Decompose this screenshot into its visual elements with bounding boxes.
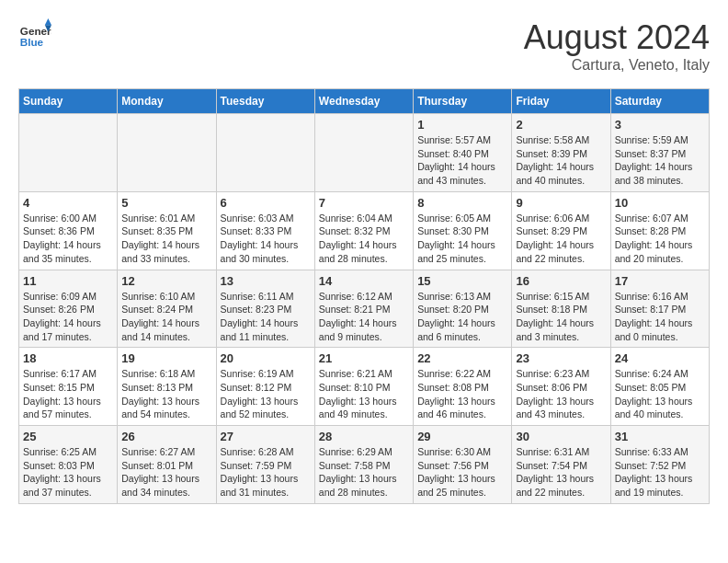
day-number: 6 (221, 196, 311, 210)
day-info: Sunrise: 6:15 AMSunset: 8:18 PMDaylight:… (516, 290, 606, 344)
logo: General Blue (18, 18, 51, 52)
day-number: 11 (23, 274, 113, 288)
calendar-week-row: 11Sunrise: 6:09 AMSunset: 8:26 PMDayligh… (19, 270, 710, 348)
day-info: Sunrise: 6:33 AMSunset: 7:52 PMDaylight:… (615, 445, 705, 500)
calendar-cell: 5Sunrise: 6:01 AMSunset: 8:35 PMDaylight… (118, 191, 216, 270)
svg-text:Blue: Blue (20, 36, 44, 48)
day-info: Sunrise: 6:09 AMSunset: 8:26 PMDaylight:… (23, 290, 113, 344)
calendar-cell: 22Sunrise: 6:22 AMSunset: 8:08 PMDayligh… (414, 348, 512, 426)
calendar-cell: 13Sunrise: 6:11 AMSunset: 8:23 PMDayligh… (216, 270, 314, 348)
day-number: 29 (417, 430, 507, 443)
calendar-cell: 12Sunrise: 6:10 AMSunset: 8:24 PMDayligh… (118, 270, 216, 348)
day-number: 3 (615, 118, 705, 132)
day-number: 16 (516, 274, 606, 288)
svg-marker-2 (45, 18, 51, 25)
calendar-cell: 11Sunrise: 6:09 AMSunset: 8:26 PMDayligh… (19, 270, 118, 348)
page-header: General Blue August 2024 Cartura, Veneto… (18, 18, 710, 74)
day-info: Sunrise: 6:21 AMSunset: 8:10 PMDaylight:… (319, 367, 409, 421)
calendar-cell: 23Sunrise: 6:23 AMSunset: 8:06 PMDayligh… (512, 348, 610, 426)
weekday-header: Friday (512, 89, 610, 114)
day-number: 22 (417, 351, 507, 365)
day-number: 17 (615, 274, 705, 288)
calendar-cell: 30Sunrise: 6:31 AMSunset: 7:54 PMDayligh… (512, 426, 610, 504)
calendar-cell: 2Sunrise: 5:58 AMSunset: 8:39 PMDaylight… (512, 114, 610, 192)
calendar-table: SundayMondayTuesdayWednesdayThursdayFrid… (18, 88, 710, 504)
calendar-cell: 20Sunrise: 6:19 AMSunset: 8:12 PMDayligh… (216, 348, 314, 426)
day-info: Sunrise: 6:03 AMSunset: 8:33 PMDaylight:… (221, 212, 311, 266)
weekday-header: Tuesday (216, 89, 314, 114)
location-title: Cartura, Veneto, Italy (524, 57, 710, 74)
day-number: 30 (516, 430, 606, 443)
calendar-cell: 9Sunrise: 6:06 AMSunset: 8:29 PMDaylight… (512, 191, 610, 270)
weekday-header: Wednesday (314, 89, 413, 114)
day-number: 25 (23, 430, 113, 443)
weekday-header-row: SundayMondayTuesdayWednesdayThursdayFrid… (19, 89, 710, 114)
day-number: 14 (319, 274, 409, 288)
day-info: Sunrise: 5:58 AMSunset: 8:39 PMDaylight:… (516, 133, 606, 188)
day-info: Sunrise: 6:24 AMSunset: 8:05 PMDaylight:… (615, 367, 705, 421)
day-info: Sunrise: 6:19 AMSunset: 8:12 PMDaylight:… (221, 367, 311, 421)
day-number: 8 (417, 196, 507, 210)
calendar-cell: 15Sunrise: 6:13 AMSunset: 8:20 PMDayligh… (414, 270, 512, 348)
weekday-header: Thursday (414, 89, 512, 114)
day-info: Sunrise: 6:18 AMSunset: 8:13 PMDaylight:… (121, 367, 211, 421)
calendar-week-row: 4Sunrise: 6:00 AMSunset: 8:36 PMDaylight… (19, 191, 710, 270)
calendar-cell: 16Sunrise: 6:15 AMSunset: 8:18 PMDayligh… (512, 270, 610, 348)
day-info: Sunrise: 6:04 AMSunset: 8:32 PMDaylight:… (319, 212, 409, 266)
day-info: Sunrise: 5:59 AMSunset: 8:37 PMDaylight:… (615, 133, 705, 188)
day-info: Sunrise: 6:10 AMSunset: 8:24 PMDaylight:… (121, 290, 211, 344)
day-number: 18 (23, 351, 113, 365)
day-number: 4 (23, 196, 113, 210)
day-info: Sunrise: 6:11 AMSunset: 8:23 PMDaylight:… (221, 290, 311, 344)
day-number: 7 (319, 196, 409, 210)
calendar-cell: 6Sunrise: 6:03 AMSunset: 8:33 PMDaylight… (216, 191, 314, 270)
weekday-header: Saturday (610, 89, 709, 114)
calendar-week-row: 1Sunrise: 5:57 AMSunset: 8:40 PMDaylight… (19, 114, 710, 192)
calendar-cell: 8Sunrise: 6:05 AMSunset: 8:30 PMDaylight… (414, 191, 512, 270)
calendar-cell: 29Sunrise: 6:30 AMSunset: 7:56 PMDayligh… (414, 426, 512, 504)
day-number: 19 (121, 351, 211, 365)
calendar-cell: 28Sunrise: 6:29 AMSunset: 7:58 PMDayligh… (314, 426, 413, 504)
calendar-cell: 17Sunrise: 6:16 AMSunset: 8:17 PMDayligh… (610, 270, 709, 348)
calendar-cell: 26Sunrise: 6:27 AMSunset: 8:01 PMDayligh… (118, 426, 216, 504)
day-info: Sunrise: 6:29 AMSunset: 7:58 PMDaylight:… (319, 445, 409, 500)
calendar-cell: 3Sunrise: 5:59 AMSunset: 8:37 PMDaylight… (610, 114, 709, 192)
day-number: 12 (121, 274, 211, 288)
calendar-cell: 1Sunrise: 5:57 AMSunset: 8:40 PMDaylight… (414, 114, 512, 192)
day-number: 24 (615, 351, 705, 365)
calendar-week-row: 18Sunrise: 6:17 AMSunset: 8:15 PMDayligh… (19, 348, 710, 426)
calendar-week-row: 25Sunrise: 6:25 AMSunset: 8:03 PMDayligh… (19, 426, 710, 504)
day-info: Sunrise: 6:05 AMSunset: 8:30 PMDaylight:… (417, 212, 507, 266)
day-number: 2 (516, 118, 606, 132)
calendar-cell: 18Sunrise: 6:17 AMSunset: 8:15 PMDayligh… (19, 348, 118, 426)
calendar-cell: 24Sunrise: 6:24 AMSunset: 8:05 PMDayligh… (610, 348, 709, 426)
day-number: 31 (615, 430, 705, 443)
day-info: Sunrise: 6:07 AMSunset: 8:28 PMDaylight:… (615, 212, 705, 266)
day-number: 5 (121, 196, 211, 210)
day-info: Sunrise: 6:22 AMSunset: 8:08 PMDaylight:… (417, 367, 507, 421)
day-info: Sunrise: 6:16 AMSunset: 8:17 PMDaylight:… (615, 290, 705, 344)
calendar-cell: 25Sunrise: 6:25 AMSunset: 8:03 PMDayligh… (19, 426, 118, 504)
logo-icon: General Blue (18, 18, 51, 52)
day-number: 26 (121, 430, 211, 443)
day-info: Sunrise: 6:30 AMSunset: 7:56 PMDaylight:… (417, 445, 507, 500)
calendar-cell: 10Sunrise: 6:07 AMSunset: 8:28 PMDayligh… (610, 191, 709, 270)
day-info: Sunrise: 6:06 AMSunset: 8:29 PMDaylight:… (516, 212, 606, 266)
day-info: Sunrise: 6:28 AMSunset: 7:59 PMDaylight:… (221, 445, 311, 500)
day-number: 23 (516, 351, 606, 365)
day-info: Sunrise: 6:17 AMSunset: 8:15 PMDaylight:… (23, 367, 113, 421)
calendar-cell: 19Sunrise: 6:18 AMSunset: 8:13 PMDayligh… (118, 348, 216, 426)
day-number: 13 (221, 274, 311, 288)
weekday-header: Sunday (19, 89, 118, 114)
day-info: Sunrise: 6:23 AMSunset: 8:06 PMDaylight:… (516, 367, 606, 421)
day-info: Sunrise: 6:27 AMSunset: 8:01 PMDaylight:… (121, 445, 211, 500)
day-info: Sunrise: 6:31 AMSunset: 7:54 PMDaylight:… (516, 445, 606, 500)
calendar-cell: 4Sunrise: 6:00 AMSunset: 8:36 PMDaylight… (19, 191, 118, 270)
day-number: 10 (615, 196, 705, 210)
calendar-cell: 7Sunrise: 6:04 AMSunset: 8:32 PMDaylight… (314, 191, 413, 270)
day-number: 21 (319, 351, 409, 365)
day-number: 28 (319, 430, 409, 443)
title-area: August 2024 Cartura, Veneto, Italy (524, 18, 710, 74)
day-info: Sunrise: 5:57 AMSunset: 8:40 PMDaylight:… (417, 133, 507, 188)
weekday-header: Monday (118, 89, 216, 114)
